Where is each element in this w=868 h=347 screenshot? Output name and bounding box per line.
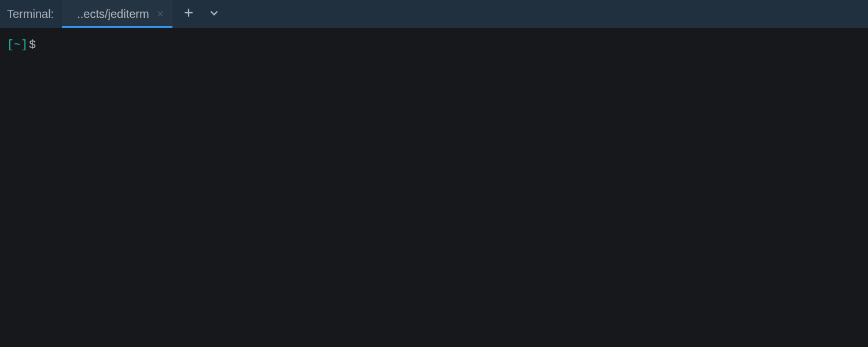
terminal-output[interactable]: [ ~ ] $ <box>0 28 868 347</box>
tab-dropdown-button[interactable] <box>205 5 223 23</box>
prompt-path: ~ <box>14 37 21 53</box>
prompt-open-bracket: [ <box>7 37 14 53</box>
terminal-tab-bar: Terminal: ..ects/jediterm <box>0 0 868 28</box>
new-tab-button[interactable] <box>179 5 198 23</box>
chevron-down-icon <box>209 8 219 20</box>
tab-label: ..ects/jediterm <box>77 8 149 21</box>
prompt-line: [ ~ ] $ <box>7 37 861 53</box>
plus-icon <box>183 8 194 20</box>
prompt-symbol: $ <box>29 37 36 53</box>
prompt-close-bracket: ] <box>21 37 28 53</box>
panel-title: Terminal: <box>7 8 62 21</box>
terminal-tab[interactable]: ..ects/jediterm <box>62 0 172 28</box>
close-icon[interactable] <box>156 10 164 18</box>
